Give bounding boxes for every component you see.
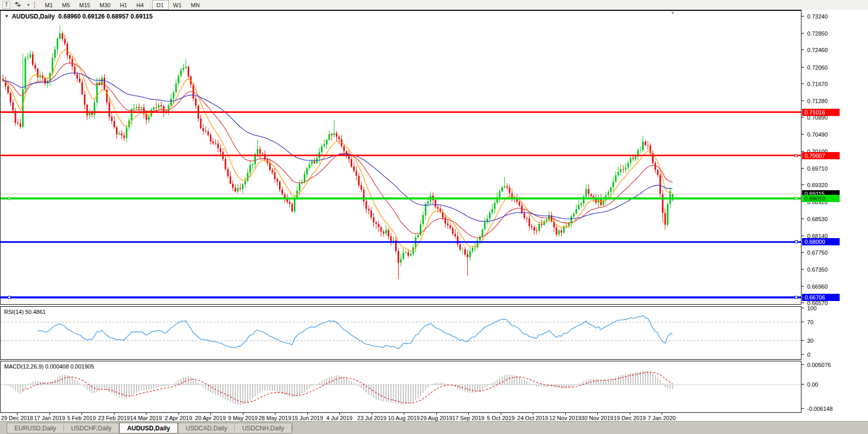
date-label: 20 Apr 2019 [195,415,225,421]
price-tick-label: 0.67750 [801,249,828,256]
fast-ma-line [3,50,673,251]
rsi-indicator-panel[interactable]: RSI(14) 50.4861 [0,306,801,360]
trading-terminal-window: T ▾ M1M5M15M30H1H4D1W1MN ▼AUDUSD,Daily 0… [0,0,868,434]
tick-mark [801,308,804,308]
timeframe-button-m5[interactable]: M5 [57,0,74,10]
horizontal-line-0.71016[interactable] [1,111,801,113]
tick-mark [801,16,804,16]
tab-eurusd-daily[interactable]: EURUSD,Daily [7,424,63,433]
tick-mark [801,322,804,322]
rsi-tick-label: 30 [801,337,813,344]
tab-audusd-daily[interactable]: AUDUSD,Daily [119,423,177,433]
date-label: 9 May 2019 [228,415,257,421]
top-toolbar: T ▾ M1M5M15M30H1H4D1W1MN [0,0,868,10]
price-axis[interactable]: 0.732400.728500.724600.720600.716700.712… [801,10,868,422]
tick-mark [801,252,804,253]
macd-signal-line [23,372,673,403]
tick-mark [801,67,804,68]
timeframe-button-h4[interactable]: H4 [132,0,148,10]
line-handle[interactable] [795,296,798,299]
horizontal-line-0.68[interactable] [1,241,801,243]
tick-mark [801,384,804,385]
timeframe-button-m15[interactable]: M15 [75,0,95,10]
rsi-line [38,315,673,349]
rsi-canvas[interactable] [1,307,801,359]
tick-mark [801,117,804,118]
date-label: 7 Jan 2020 [648,415,676,421]
collapse-arrow-icon[interactable]: ▼ [5,14,9,19]
timeframe-button-mn[interactable]: MN [186,0,204,10]
date-label: 10 Aug 2019 [388,415,420,421]
timeframe-button-group: M1M5M15M30H1H4D1W1MN [40,0,204,10]
price-tick-label: 0.72460 [801,46,828,54]
price-tick-label: 0.71280 [801,97,828,105]
tick-mark [801,33,804,34]
date-label: 19 Dec 2019 [614,415,646,421]
tick-mark [801,269,804,270]
timeframe-button-d1[interactable]: D1 [152,0,169,10]
tick-mark [801,84,804,84]
tick-mark [801,364,804,365]
macd-canvas[interactable] [1,361,801,412]
chevron-down-icon[interactable]: ▾ [25,1,31,9]
price-tick-label: 0.69320 [801,181,828,189]
timeframe-button-h1[interactable]: H1 [115,0,132,10]
tick-mark [801,151,804,152]
macd-tick-label: 0.005076 [801,361,831,369]
tab-group: USDCAD,DailyUSDCNH,Daily [178,423,292,433]
price-tick-label: 0.67350 [801,266,828,273]
date-label: 14 Mar 2019 [130,415,162,421]
chart-shift-marker-icon[interactable]: ▼ [670,10,675,15]
line-handle[interactable] [795,240,798,243]
date-label: 24 Oct 2019 [517,415,548,421]
tab-usdcad-daily[interactable]: USDCAD,Daily [178,424,235,433]
macd-tick-label: -0.006148 [801,405,833,412]
timeframe-button-m1[interactable]: M1 [40,0,57,10]
price-tick-label: 0.71670 [801,80,828,88]
pointer-mode-button[interactable] [10,1,25,9]
tab-usdcnh-daily[interactable]: USDCNH,Daily [235,424,291,433]
tick-mark [801,354,804,355]
date-label: 12 Nov 2019 [549,415,581,421]
date-label: 15 Jun 2019 [292,415,323,421]
tab-usdchf-daily[interactable]: USDCHF,Daily [64,424,119,433]
line-handle[interactable] [795,154,798,157]
macd-indicator-panel[interactable]: MACD(12,26,9) 0.000408 0.001905 [0,361,801,413]
date-label: 17 Jan 2019 [34,415,65,421]
rsi-tick-label: 100 [801,305,816,312]
price-line-label: 0.70007 [802,152,840,159]
chart-ohlc-header: ▼AUDUSD,Daily 0.68960 0.69126 0.68957 0.… [5,13,153,20]
price-tick-label: 0.68530 [801,215,828,223]
date-label: 5 Feb 2019 [67,415,96,421]
horizontal-line-0.69115[interactable] [1,194,801,194]
text-tool-button[interactable]: T [3,1,10,9]
tab-separator [291,425,292,431]
price-line-label: 0.71016 [802,109,840,116]
time-axis[interactable]: 29 Dec 201817 Jan 20195 Feb 201923 Feb 2… [0,413,801,422]
line-handle[interactable] [795,197,798,200]
price-tick-label: 0.70490 [801,131,828,138]
price-tick-label: 0.69710 [801,165,828,172]
chart-ohlc-values: 0.68960 0.69126 0.68957 0.69115 [58,13,153,20]
candlestick-canvas[interactable] [1,11,801,304]
tick-mark [801,286,804,287]
date-label: 30 Nov 2019 [581,415,613,421]
tick-mark [801,168,804,169]
horizontal-line-0.6901[interactable] [1,197,801,199]
horizontal-line-0.66706[interactable] [1,296,801,298]
line-handle[interactable] [8,296,11,299]
timeframe-button-m30[interactable]: M30 [95,0,115,10]
date-label: 5 Oct 2019 [487,415,515,421]
tick-mark [801,49,804,50]
horizontal-line-0.70007[interactable] [1,155,801,156]
tab-group: EURUSD,DailyUSDCHF,Daily [7,423,119,433]
timeframe-button-w1[interactable]: W1 [169,0,187,10]
price-chart-panel[interactable]: ▼AUDUSD,Daily 0.68960 0.69126 0.68957 0.… [0,10,801,305]
line-handle[interactable] [8,197,11,200]
mid-ma-line [3,63,673,238]
tick-mark [801,134,804,135]
date-label: 29 Aug 2019 [420,415,452,421]
tick-mark [801,340,804,341]
rsi-tick-label: 0 [801,351,810,358]
tick-mark [801,219,804,219]
